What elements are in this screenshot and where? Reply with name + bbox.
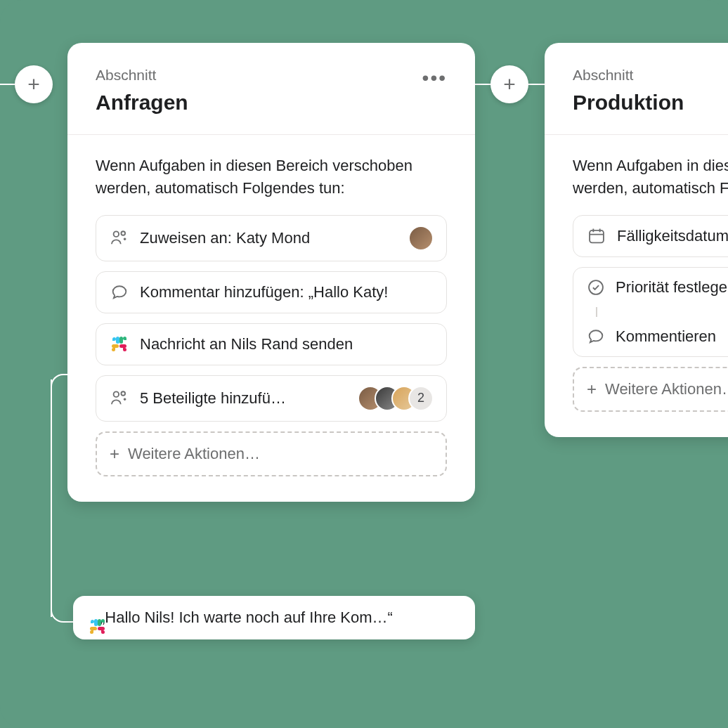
add-action-button[interactable]: + Weitere Aktionen… <box>573 367 728 412</box>
add-section-button[interactable]: + <box>490 65 528 103</box>
action-comment[interactable]: Kommentieren <box>573 317 728 356</box>
plus-icon: + <box>587 379 597 399</box>
action-text: 5 Beteiligte hinzufü… <box>140 389 348 408</box>
section-label: Abschnitt <box>573 67 684 84</box>
section-card-produktion: Abschnitt Produktion Wenn Aufgaben in di… <box>545 43 728 437</box>
calendar-icon <box>586 226 607 247</box>
add-action-label: Weitere Aktionen… <box>605 380 728 398</box>
action-text: Kommentar hinzufügen: „Hallo Katy! <box>140 283 434 301</box>
svg-point-1 <box>121 231 125 235</box>
automation-canvas: + + Abschnitt Anfragen ••• Wenn Aufgaben… <box>0 0 728 728</box>
avatar <box>408 226 434 251</box>
action-set-priority[interactable]: Priorität festlegen <box>573 268 728 307</box>
slack-icon <box>109 334 130 355</box>
plus-icon: + <box>110 444 119 464</box>
section-label: Abschnitt <box>96 67 188 84</box>
add-action-label: Weitere Aktionen… <box>128 445 260 463</box>
action-comment[interactable]: Kommentar hinzufügen: „Hallo Katy! <box>96 271 447 313</box>
connector-line <box>51 374 69 392</box>
slack-message-preview[interactable]: „Hallo Nils! Ich warte noch auf Ihre Kom… <box>73 596 475 639</box>
section-intro: Wenn Aufgaben in diesen Bereich verschob… <box>573 155 728 200</box>
section-title: Anfragen <box>96 91 188 115</box>
section-card-anfragen: Abschnitt Anfragen ••• Wenn Aufgaben in … <box>67 43 475 502</box>
action-text: Fälligkeitsdatum festlegen <box>617 227 728 245</box>
action-add-collaborators[interactable]: 5 Beteiligte hinzufü… 2 <box>96 375 447 422</box>
group-connector <box>596 307 597 317</box>
connector-line <box>51 604 69 623</box>
svg-point-3 <box>121 391 125 396</box>
assignee-icon <box>109 228 130 249</box>
collaborators-icon <box>109 388 130 409</box>
comment-icon <box>109 282 130 303</box>
overflow-count: 2 <box>408 386 434 411</box>
action-text: Nachricht an Nils Rand senden <box>140 335 434 353</box>
action-text: Priorität festlegen <box>616 278 728 297</box>
connector-line <box>66 374 70 375</box>
check-circle-icon <box>586 278 606 297</box>
comment-icon <box>586 327 606 346</box>
svg-point-5 <box>589 280 603 294</box>
action-due-date[interactable]: Fälligkeitsdatum festlegen <box>573 215 728 257</box>
action-text: Zuweisen an: Katy Mond <box>140 229 398 247</box>
more-menu-button[interactable]: ••• <box>422 67 447 88</box>
add-action-button[interactable]: + Weitere Aktionen… <box>96 431 447 476</box>
svg-point-0 <box>114 231 119 236</box>
action-text: Kommentieren <box>616 327 716 346</box>
action-assign[interactable]: Zuweisen an: Katy Mond <box>96 215 447 261</box>
connector-line <box>51 379 52 617</box>
section-intro: Wenn Aufgaben in diesen Bereich verschob… <box>96 155 447 200</box>
section-title: Produktion <box>573 91 684 115</box>
svg-rect-4 <box>590 230 604 243</box>
add-section-button[interactable]: + <box>15 65 53 103</box>
preview-text: „Hallo Nils! Ich warte noch auf Ihre Kom… <box>100 609 393 627</box>
action-slack-message[interactable]: Nachricht an Nils Rand senden <box>96 323 447 365</box>
svg-point-2 <box>114 391 119 396</box>
action-group: Priorität festlegen Kommentieren <box>573 267 728 357</box>
